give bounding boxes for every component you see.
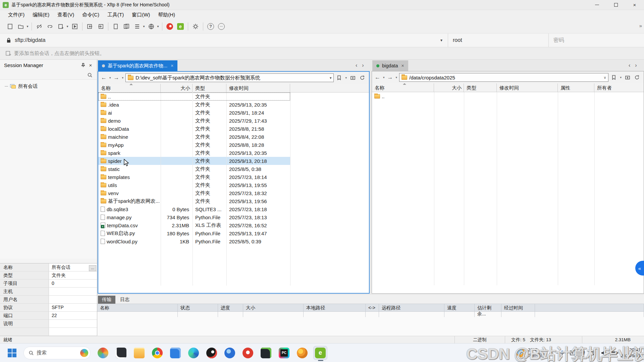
- file-row[interactable]: static文件夹2025/8/5, 0:38: [98, 165, 290, 173]
- file-row[interactable]: venv文件夹2025/7/23, 18:32: [98, 189, 290, 197]
- file-row[interactable]: myApp文件夹2025/8/8, 18:28: [98, 141, 290, 149]
- column-header-remote-path[interactable]: 远程路径: [379, 304, 444, 317]
- file-row[interactable]: 基于spark的惠农网农...文件夹2025/9/13, 19:56: [98, 197, 290, 205]
- minimize-button[interactable]: [588, 0, 606, 10]
- red-app-button[interactable]: [241, 346, 255, 360]
- microphone-tray-button[interactable]: [559, 350, 565, 356]
- back-history-dropdown[interactable]: ▾: [109, 76, 112, 79]
- file-row[interactable]: wordCloud.py1KBPython.File2025/8/5, 0:39: [98, 237, 290, 245]
- taskbar-search[interactable]: 搜索: [23, 347, 91, 359]
- column-header-name[interactable]: 名称: [97, 304, 178, 317]
- bookmark-button[interactable]: [610, 73, 618, 81]
- duplicate-session-button[interactable]: [55, 21, 66, 32]
- file-row[interactable]: templates文件夹2025/7/23, 18:14: [98, 173, 290, 181]
- menu-command[interactable]: 命令(C): [79, 11, 103, 19]
- forward-button[interactable]: →: [113, 74, 120, 81]
- network-tray-button[interactable]: [590, 350, 596, 356]
- column-header-speed[interactable]: 速度: [444, 304, 475, 317]
- bookmark-button[interactable]: [335, 74, 343, 82]
- tab-log[interactable]: 日志: [116, 296, 133, 304]
- tab-scroll-left-icon[interactable]: ‹: [356, 62, 357, 68]
- forward-button[interactable]: →: [387, 74, 394, 81]
- column-header-size[interactable]: 大小: [243, 304, 304, 317]
- tab-scroll-right-icon[interactable]: ›: [635, 62, 637, 68]
- menu-window[interactable]: 窗口(W): [128, 11, 153, 19]
- open-session-button[interactable]: [15, 21, 26, 32]
- file-row[interactable]: tempData.csv2.31MBXLS 工作表2025/7/28, 16:5…: [98, 221, 290, 229]
- weather-widget[interactable]: 26°C 大部晴朗: [517, 347, 545, 358]
- menu-view[interactable]: 查看(V): [54, 11, 77, 19]
- file-row[interactable]: WEB启动.py180 BytesPython.File2025/9/13, 1…: [98, 229, 290, 237]
- new-session-button[interactable]: [5, 21, 15, 32]
- file-row[interactable]: spark文件夹2025/9/13, 20:35: [98, 149, 290, 157]
- file-row[interactable]: ..: [372, 92, 644, 100]
- column-header-status[interactable]: 状态: [178, 304, 218, 317]
- single-pane-button[interactable]: [110, 21, 121, 32]
- column-header-attr[interactable]: 属性: [558, 83, 594, 92]
- help-button[interactable]: ?: [205, 21, 216, 32]
- file-row[interactable]: manage.py734 BytesPython.File2025/7/23, …: [98, 213, 290, 221]
- chrome-button[interactable]: [150, 346, 164, 360]
- column-header-elapsed[interactable]: 经过时间: [501, 304, 535, 317]
- refresh-button[interactable]: [633, 73, 641, 81]
- column-header-size[interactable]: 大小: [161, 84, 193, 92]
- ime-panel-button[interactable]: [570, 350, 576, 356]
- path-dropdown-icon[interactable]: ▾: [330, 76, 332, 80]
- up-directory-button[interactable]: [349, 74, 357, 82]
- file-row[interactable]: .idea文件夹2025/9/13, 20:35: [98, 101, 290, 109]
- column-header-type[interactable]: 类型: [464, 83, 497, 92]
- close-button[interactable]: ×: [625, 0, 644, 10]
- path-dropdown-icon[interactable]: ∨: [603, 75, 606, 80]
- close-tab-icon[interactable]: ×: [170, 63, 174, 68]
- tab-remote-session[interactable]: bigdata ×: [372, 60, 408, 71]
- edge-button[interactable]: [186, 346, 201, 360]
- forward-history-dropdown[interactable]: ▾: [121, 76, 124, 79]
- xftp-button[interactable]: e: [175, 21, 186, 32]
- back-button[interactable]: ←: [100, 74, 107, 81]
- file-row-selected[interactable]: spider文件夹2025/9/13, 20:18: [98, 157, 290, 165]
- file-row[interactable]: utils文件夹2025/9/13, 19:55: [98, 181, 290, 189]
- music-app-button[interactable]: [205, 346, 219, 360]
- maximize-button[interactable]: [606, 0, 625, 10]
- file-row[interactable]: db.sqlite30 BytesSQLITE3 ...2025/7/23, 1…: [98, 205, 290, 213]
- column-header-name[interactable]: 名称: [98, 84, 161, 92]
- column-header-date[interactable]: 修改时间: [497, 83, 558, 92]
- refresh-button[interactable]: [358, 74, 366, 82]
- bookmark-dropdown[interactable]: ▾: [344, 76, 347, 79]
- column-header-owner[interactable]: 所有者: [594, 83, 644, 92]
- settings-button[interactable]: [190, 21, 201, 32]
- encoding-button[interactable]: [146, 21, 157, 32]
- ime-mode-button[interactable]: 拼: [580, 350, 586, 356]
- terminal-app-button[interactable]: [114, 346, 128, 360]
- close-tab-icon[interactable]: ×: [401, 63, 405, 68]
- run-button[interactable]: [69, 21, 80, 32]
- sidebar-item-all-sessions[interactable]: 所有会话: [5, 83, 97, 89]
- back-button[interactable]: ←: [374, 74, 381, 81]
- column-header-type[interactable]: 类型: [193, 84, 226, 92]
- about-button[interactable]: ···: [216, 21, 227, 32]
- colorful-app-button[interactable]: [96, 346, 110, 360]
- forward-history-dropdown[interactable]: ▾: [395, 76, 398, 79]
- disconnect-button[interactable]: [34, 21, 45, 32]
- dual-pane-button[interactable]: [121, 21, 132, 32]
- file-row[interactable]: demo文件夹2025/7/29, 17:43: [98, 117, 290, 125]
- volume-tray-button[interactable]: [601, 350, 607, 356]
- column-header-date[interactable]: 修改时间: [226, 84, 290, 92]
- url-field[interactable]: sftp://bigdata ▾: [0, 34, 448, 47]
- menu-file[interactable]: 文件(F): [5, 11, 28, 19]
- column-header-name[interactable]: 名称: [372, 83, 434, 92]
- more-properties-button[interactable]: ...: [89, 265, 96, 271]
- reconnect-button[interactable]: [45, 21, 55, 32]
- file-explorer-button[interactable]: [132, 346, 146, 360]
- file-row[interactable]: ai文件夹2025/8/1, 18:24: [98, 109, 290, 117]
- menu-edit[interactable]: 编辑(E): [29, 11, 53, 19]
- tab-transfer[interactable]: 传输: [98, 296, 115, 304]
- bookmark-dropdown[interactable]: ▾: [619, 76, 622, 79]
- up-directory-button[interactable]: [624, 73, 632, 81]
- taskbar-clock[interactable]: 20:41 2025/9/13: [621, 347, 641, 359]
- file-row[interactable]: localData文件夹2025/8/8, 21:58: [98, 125, 290, 133]
- column-header-direction[interactable]: <->: [366, 304, 379, 317]
- local-path-field[interactable]: D:\dev_soft\基于spark的惠农网农作物数据分析预测系统 ▾: [125, 73, 334, 82]
- url-dropdown-icon[interactable]: ▾: [440, 38, 448, 43]
- menu-tools[interactable]: 工具(T): [104, 11, 127, 19]
